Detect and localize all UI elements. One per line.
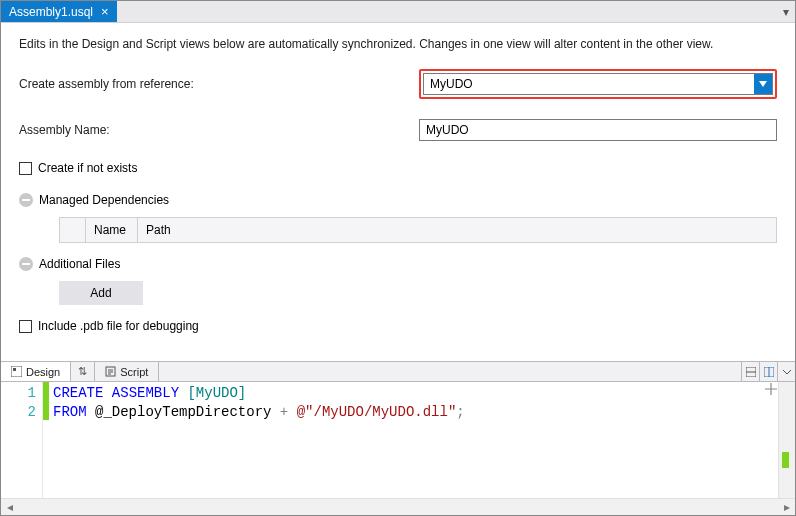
create-if-not-exists-label: Create if not exists	[38, 161, 137, 175]
dep-row-selector-header	[60, 218, 86, 242]
reference-combobox-dropdown-button[interactable]	[754, 74, 772, 94]
document-tab-bar: Assembly1.usql × ▾	[1, 1, 795, 23]
tab-script-label: Script	[120, 366, 148, 378]
document-tab-title: Assembly1.usql	[9, 5, 93, 19]
line-number: 2	[1, 403, 42, 422]
vertical-scrollbar[interactable]	[778, 382, 795, 498]
assembly-name-label: Assembly Name:	[19, 123, 419, 137]
split-vertical-icon	[764, 367, 774, 377]
chevron-down-icon: ▾	[783, 5, 789, 19]
dep-column-name-header[interactable]: Name	[86, 218, 138, 242]
split-vertical-button[interactable]	[759, 362, 777, 381]
line-number-gutter: 12	[1, 382, 43, 498]
svg-rect-0	[11, 366, 22, 377]
dep-column-path-header[interactable]: Path	[138, 218, 776, 242]
code-line[interactable]: FROM @_DeployTempDirectory + @"/MyUDO/My…	[49, 403, 795, 422]
include-pdb-checkbox[interactable]	[19, 320, 32, 333]
split-horizontal-icon	[746, 367, 756, 377]
assembly-name-input[interactable]	[419, 119, 777, 141]
script-icon	[105, 366, 116, 377]
reference-combobox-value: MyUDO	[424, 77, 754, 91]
scroll-track[interactable]	[18, 499, 778, 515]
include-pdb-label: Include .pdb file for debugging	[38, 319, 199, 333]
collapse-icon[interactable]	[19, 257, 33, 271]
create-if-not-exists-checkbox[interactable]	[19, 162, 32, 175]
tab-script[interactable]: Script	[95, 362, 159, 381]
reference-highlight-box: MyUDO	[419, 69, 777, 99]
tab-overflow-button[interactable]: ▾	[777, 1, 795, 22]
tab-design-label: Design	[26, 366, 60, 378]
add-button[interactable]: Add	[59, 281, 143, 305]
reference-label: Create assembly from reference:	[19, 77, 419, 91]
collapse-icon[interactable]	[19, 193, 33, 207]
swap-icon: ⇅	[78, 365, 87, 378]
code-line[interactable]: CREATE ASSEMBLY [MyUDO]	[49, 384, 795, 403]
design-pane: Edits in the Design and Script views bel…	[1, 23, 795, 361]
split-horizontal-button[interactable]	[741, 362, 759, 381]
scroll-right-arrow-icon[interactable]: ▸	[778, 499, 795, 515]
scroll-marker	[782, 452, 789, 468]
managed-dependencies-label: Managed Dependencies	[39, 193, 169, 207]
split-grip-icon[interactable]	[765, 383, 777, 395]
collapse-pane-button[interactable]	[777, 362, 795, 381]
managed-dependencies-table: Name Path	[59, 217, 777, 243]
tab-design[interactable]: Design	[1, 362, 71, 381]
close-icon[interactable]: ×	[101, 5, 109, 18]
line-number: 1	[1, 384, 42, 403]
horizontal-scrollbar[interactable]: ◂ ▸	[1, 498, 795, 515]
reference-combobox[interactable]: MyUDO	[423, 73, 773, 95]
additional-files-label: Additional Files	[39, 257, 120, 271]
code-body[interactable]: CREATE ASSEMBLY [MyUDO]FROM @_DeployTemp…	[49, 382, 795, 498]
chevron-collapse-icon	[782, 367, 792, 377]
design-icon	[11, 366, 22, 377]
chevron-down-icon	[759, 81, 767, 87]
view-tab-bar: Design ⇅ Script	[1, 361, 795, 382]
script-editor-pane[interactable]: 12 CREATE ASSEMBLY [MyUDO]FROM @_DeployT…	[1, 382, 795, 498]
swap-views-button[interactable]: ⇅	[71, 362, 95, 381]
svg-rect-1	[13, 368, 16, 371]
scroll-left-arrow-icon[interactable]: ◂	[1, 499, 18, 515]
document-tab-assembly1[interactable]: Assembly1.usql ×	[1, 1, 117, 22]
sync-hint-text: Edits in the Design and Script views bel…	[19, 37, 777, 51]
